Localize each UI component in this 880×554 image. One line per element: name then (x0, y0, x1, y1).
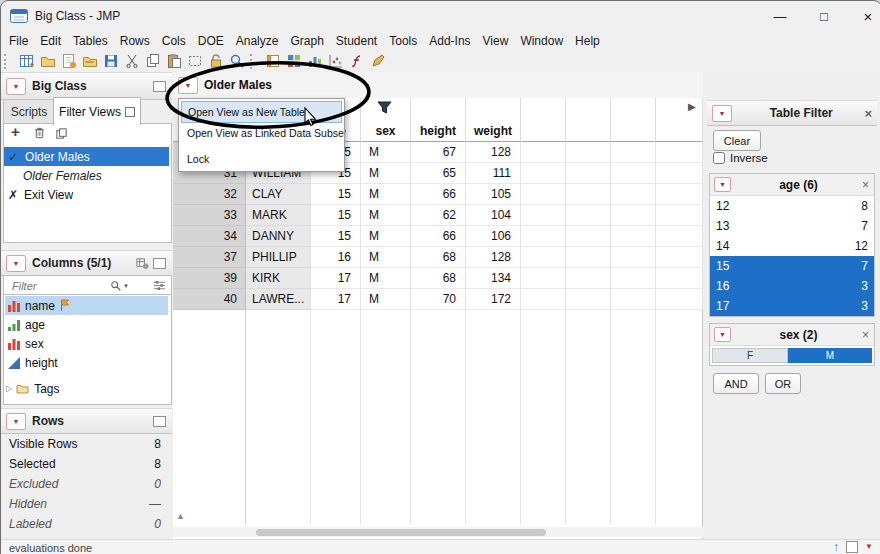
select-region-icon[interactable] (184, 51, 205, 71)
row-number-cell[interactable]: 40 (173, 289, 246, 310)
red-triangle-icon[interactable]: ▼ (6, 255, 26, 272)
open-journal-icon[interactable] (79, 51, 100, 71)
inverse-checkbox[interactable] (713, 152, 725, 164)
columns-settings-icon[interactable] (136, 257, 149, 270)
cell-height[interactable]: 68 (411, 247, 466, 268)
column-item-height[interactable]: height (5, 353, 168, 372)
cell-name[interactable]: PHILLIP (246, 247, 311, 268)
menu-edit[interactable]: Edit (34, 34, 67, 48)
column-filter-input[interactable] (10, 279, 110, 293)
cell-weight[interactable]: 128 (466, 247, 521, 268)
view-red-triangle-icon[interactable]: ▼ (178, 77, 198, 94)
column-item-name[interactable]: name (5, 296, 168, 315)
open-icon[interactable] (37, 51, 58, 71)
cell-height[interactable]: 67 (411, 142, 466, 163)
filter-funnel-icon[interactable] (377, 101, 392, 118)
menu-item-lock[interactable]: Lock (179, 149, 344, 169)
filter-view-exit[interactable]: ✗ Exit View (4, 185, 169, 204)
age-level-14[interactable]: 14 12 (710, 236, 874, 256)
remove-age-filter-icon[interactable]: × (862, 179, 874, 191)
menu-doe[interactable]: DOE (192, 34, 230, 48)
sex-segment-m[interactable]: M (788, 348, 872, 363)
row-number-cell[interactable]: 33 (173, 205, 246, 226)
copy-icon[interactable] (142, 51, 163, 71)
cell-sex[interactable]: M (361, 142, 411, 163)
menu-student[interactable]: Student (330, 34, 383, 48)
row-number-cell[interactable]: 32 (173, 184, 246, 205)
menu-file[interactable]: File (3, 34, 34, 48)
cell-weight[interactable]: 104 (466, 205, 521, 226)
stat-labeled[interactable]: Labeled 0 (1, 514, 171, 534)
red-triangle-icon[interactable]: ▼ (712, 105, 732, 122)
cut-icon[interactable] (121, 51, 142, 71)
stat-visible-rows[interactable]: Visible Rows 8 (1, 434, 171, 454)
cell-age[interactable]: 15 (311, 184, 361, 205)
cell-age[interactable]: 16 (311, 247, 361, 268)
cell-height[interactable]: 68 (411, 268, 466, 289)
new-journal-icon[interactable] (58, 51, 79, 71)
cell-name[interactable]: CLAY (246, 184, 311, 205)
clear-button[interactable]: Clear (713, 130, 761, 151)
search-icon[interactable] (226, 51, 247, 71)
cell-height[interactable]: 66 (411, 184, 466, 205)
graph-builder-icon[interactable] (304, 51, 325, 71)
cell-name[interactable]: MARK (246, 205, 311, 226)
cell-sex[interactable]: M (361, 226, 411, 247)
delete-view-icon[interactable] (33, 126, 46, 143)
cell-weight[interactable]: 172 (466, 289, 521, 310)
scatter-icon[interactable] (325, 51, 346, 71)
panel-dock-icon[interactable] (153, 81, 166, 92)
horizontal-scrollbar[interactable] (173, 527, 703, 537)
formula-icon[interactable] (346, 51, 367, 71)
cell-sex[interactable]: M (361, 184, 411, 205)
column-header-height[interactable]: height (411, 98, 466, 142)
row-number-cell[interactable]: 34 (173, 226, 246, 247)
cell-height[interactable]: 62 (411, 205, 466, 226)
filter-options-icon[interactable] (153, 280, 166, 291)
menu-item-open-view-as-linked-data-subset[interactable]: Open View as Linked Data Subset (179, 123, 344, 143)
tags-group[interactable]: ▷ Tags (5, 379, 168, 398)
or-button[interactable]: OR (765, 373, 801, 394)
cell-age[interactable]: 15 (311, 226, 361, 247)
undock-icon[interactable] (125, 107, 135, 117)
status-checkbox[interactable] (846, 541, 858, 553)
cell-height[interactable]: 65 (411, 163, 466, 184)
minimize-button[interactable]: — (758, 1, 802, 31)
column-item-sex[interactable]: sex (5, 334, 168, 353)
cell-name[interactable]: KIRK (246, 268, 311, 289)
save-icon[interactable] (100, 51, 121, 71)
menu-addins[interactable]: Add-Ins (423, 34, 476, 48)
stat-excluded[interactable]: Excluded 0 (1, 474, 171, 494)
stat-selected[interactable]: Selected 8 (1, 454, 171, 474)
cell-age[interactable]: 17 (311, 268, 361, 289)
menu-rows[interactable]: Rows (114, 34, 156, 48)
and-button[interactable]: AND (713, 373, 759, 394)
annotate-icon[interactable] (367, 51, 388, 71)
disclosure-icon[interactable]: ▷ (6, 384, 12, 393)
cell-weight[interactable]: 134 (466, 268, 521, 289)
stat-hidden[interactable]: Hidden — (1, 494, 171, 514)
menu-tables[interactable]: Tables (67, 34, 114, 48)
red-triangle-icon[interactable]: ▼ (6, 413, 26, 430)
menu-view[interactable]: View (477, 34, 515, 48)
cell-sex[interactable]: M (361, 205, 411, 226)
row-number-cell[interactable]: 37 (173, 247, 246, 268)
sex-segment-f[interactable]: F (712, 348, 788, 363)
age-level-13[interactable]: 13 7 (710, 216, 874, 236)
cell-weight[interactable]: 106 (466, 226, 521, 247)
maximize-button[interactable]: □ (802, 1, 846, 31)
close-filter-icon[interactable]: × (864, 107, 877, 120)
status-red-triangle-icon[interactable]: ▼ (865, 542, 873, 551)
close-button[interactable]: × (846, 1, 880, 31)
cell-weight[interactable]: 111 (466, 163, 521, 184)
tab-filter-views[interactable]: Filter Views (53, 97, 141, 125)
column-search-icon[interactable]: ▼ (110, 280, 129, 292)
menu-graph[interactable]: Graph (284, 34, 329, 48)
paste-icon[interactable] (163, 51, 184, 71)
column-item-age[interactable]: age (5, 315, 168, 334)
add-view-icon[interactable]: + (11, 124, 20, 139)
cell-sex[interactable]: M (361, 163, 411, 184)
unlock-icon[interactable] (205, 51, 226, 71)
up-arrow-icon[interactable]: ↑ (833, 541, 839, 553)
panel-dock-icon[interactable] (153, 258, 166, 269)
